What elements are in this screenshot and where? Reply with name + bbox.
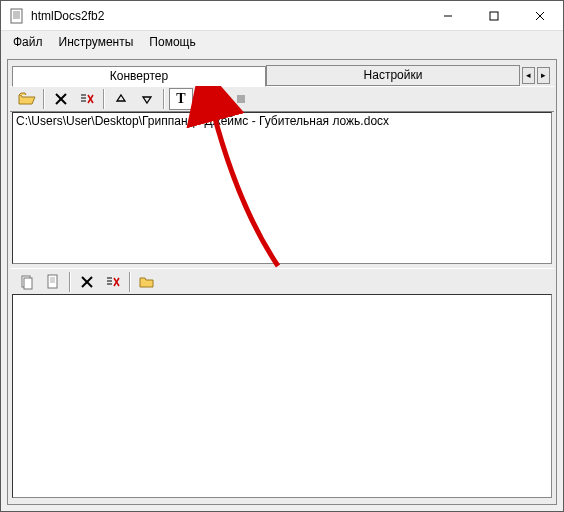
titlebar: htmlDocs2fb2 xyxy=(1,1,563,31)
tab-scroll-left[interactable]: ◂ xyxy=(522,67,535,84)
separator xyxy=(69,272,71,292)
svg-rect-18 xyxy=(24,278,32,289)
maximize-button[interactable] xyxy=(471,1,517,31)
file-item[interactable]: C:\Users\User\Desktop\Гриппандо Джеймс -… xyxy=(13,113,551,129)
separator xyxy=(197,89,199,109)
content-frame: Конвертер Настройки ◂ ▸ T C:\Users\User\… xyxy=(7,59,557,505)
bottom-toolbar xyxy=(10,268,554,294)
svg-rect-16 xyxy=(237,95,245,103)
doc-blank-button[interactable] xyxy=(41,271,65,293)
menu-file[interactable]: Файл xyxy=(5,33,51,51)
app-window: htmlDocs2fb2 Файл Инструменты Помощь Кон… xyxy=(0,0,564,512)
output-panel[interactable] xyxy=(12,294,552,498)
move-down-button[interactable] xyxy=(135,88,159,110)
folder-button[interactable] xyxy=(135,271,159,293)
stop-button[interactable] xyxy=(229,88,253,110)
play-button[interactable] xyxy=(203,88,227,110)
delete2-button[interactable] xyxy=(75,271,99,293)
window-title: htmlDocs2fb2 xyxy=(31,9,425,23)
tabs-row: Конвертер Настройки ◂ ▸ xyxy=(10,62,554,86)
svg-rect-6 xyxy=(490,12,498,20)
move-up-button[interactable] xyxy=(109,88,133,110)
delete-button[interactable] xyxy=(49,88,73,110)
app-icon xyxy=(9,8,25,24)
separator xyxy=(163,89,165,109)
tab-scroll-right[interactable]: ▸ xyxy=(537,67,550,84)
top-toolbar: T xyxy=(10,86,554,112)
text-mode-button[interactable]: T xyxy=(169,88,193,110)
menu-tools[interactable]: Инструменты xyxy=(51,33,142,51)
menubar: Файл Инструменты Помощь xyxy=(1,31,563,53)
separator xyxy=(129,272,131,292)
window-controls xyxy=(425,1,563,30)
doc-copy-button[interactable] xyxy=(15,271,39,293)
menu-help[interactable]: Помощь xyxy=(141,33,203,51)
separator xyxy=(43,89,45,109)
separator xyxy=(103,89,105,109)
clear-list-button[interactable] xyxy=(75,88,99,110)
tab-settings[interactable]: Настройки xyxy=(266,65,520,86)
minimize-button[interactable] xyxy=(425,1,471,31)
close-button[interactable] xyxy=(517,1,563,31)
open-button[interactable] xyxy=(15,88,39,110)
tab-converter[interactable]: Конвертер xyxy=(12,66,266,87)
clear2-button[interactable] xyxy=(101,271,125,293)
tab-scroll: ◂ ▸ xyxy=(520,67,552,84)
file-list-panel[interactable]: C:\Users\User\Desktop\Гриппандо Джеймс -… xyxy=(12,112,552,264)
